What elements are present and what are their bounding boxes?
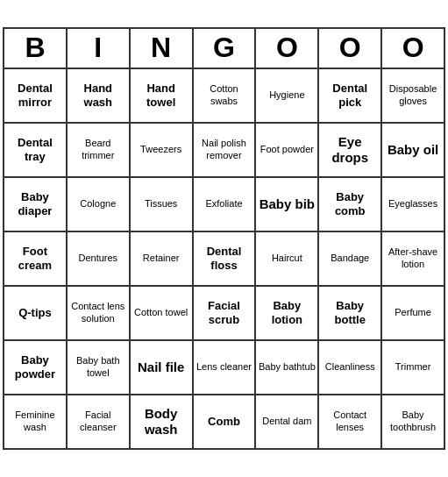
cell-r5-c3: Lens cleaner [193, 340, 256, 395]
cell-r2-c5: Baby comb [318, 177, 381, 231]
cell-r0-c2: Hand towel [130, 68, 193, 123]
cell-r1-c4: Foot powder [255, 123, 318, 177]
cell-r5-c2: Nail file [130, 340, 193, 395]
cell-r3-c0: Foot cream [4, 231, 67, 286]
cell-r5-c1: Baby bath towel [67, 340, 130, 395]
bingo-card: BINGOOO Dental mirrorHand washHand towel… [3, 27, 445, 449]
cell-r0-c1: Hand wash [67, 68, 130, 123]
header-letter: B [4, 28, 67, 68]
cell-r1-c0: Dental tray [4, 123, 67, 177]
cell-r5-c4: Baby bathtub [255, 340, 318, 395]
cell-r1-c1: Beard trimmer [67, 123, 130, 177]
header-letter: O [381, 28, 444, 68]
header-letter: N [130, 28, 193, 68]
cell-r2-c3: Exfoliate [193, 177, 256, 231]
cell-r4-c3: Facial scrub [193, 286, 256, 340]
cell-r1-c6: Baby oil [381, 123, 444, 177]
cell-r2-c6: Eyeglasses [381, 177, 444, 231]
bingo-header: BINGOOO [4, 28, 444, 68]
cell-r6-c6: Baby toothbrush [381, 395, 444, 449]
cell-r6-c5: Contact lenses [318, 395, 381, 449]
cell-r0-c5: Dental pick [318, 68, 381, 123]
header-letter: O [318, 28, 381, 68]
cell-r6-c4: Dental dam [255, 395, 318, 449]
cell-r1-c5: Eye drops [318, 123, 381, 177]
cell-r2-c1: Cologne [67, 177, 130, 231]
cell-r3-c2: Retainer [130, 231, 193, 286]
cell-r4-c0: Q-tips [4, 286, 67, 340]
header-letter: O [255, 28, 318, 68]
cell-r6-c3: Comb [193, 395, 256, 449]
cell-r6-c0: Feminine wash [4, 395, 67, 449]
cell-r4-c4: Baby lotion [255, 286, 318, 340]
cell-r4-c1: Contact lens solution [67, 286, 130, 340]
cell-r0-c6: Disposable gloves [381, 68, 444, 123]
cell-r6-c1: Facial cleanser [67, 395, 130, 449]
cell-r3-c6: After-shave lotion [381, 231, 444, 286]
cell-r1-c3: Nail polish remover [193, 123, 256, 177]
cell-r3-c1: Dentures [67, 231, 130, 286]
cell-r5-c5: Cleanliness [318, 340, 381, 395]
cell-r3-c4: Haircut [255, 231, 318, 286]
cell-r4-c5: Baby bottle [318, 286, 381, 340]
header-letter: I [67, 28, 130, 68]
cell-r2-c2: Tissues [130, 177, 193, 231]
cell-r5-c6: Trimmer [381, 340, 444, 395]
cell-r2-c0: Baby diaper [4, 177, 67, 231]
cell-r4-c2: Cotton towel [130, 286, 193, 340]
bingo-grid: Dental mirrorHand washHand towelCotton s… [4, 68, 444, 449]
cell-r0-c3: Cotton swabs [193, 68, 256, 123]
cell-r4-c6: Perfume [381, 286, 444, 340]
cell-r3-c5: Bandage [318, 231, 381, 286]
header-letter: G [193, 28, 256, 68]
cell-r2-c4: Baby bib [255, 177, 318, 231]
cell-r6-c2: Body wash [130, 395, 193, 449]
cell-r1-c2: Tweezers [130, 123, 193, 177]
cell-r0-c0: Dental mirror [4, 68, 67, 123]
cell-r5-c0: Baby powder [4, 340, 67, 395]
cell-r3-c3: Dental floss [193, 231, 256, 286]
cell-r0-c4: Hygiene [255, 68, 318, 123]
